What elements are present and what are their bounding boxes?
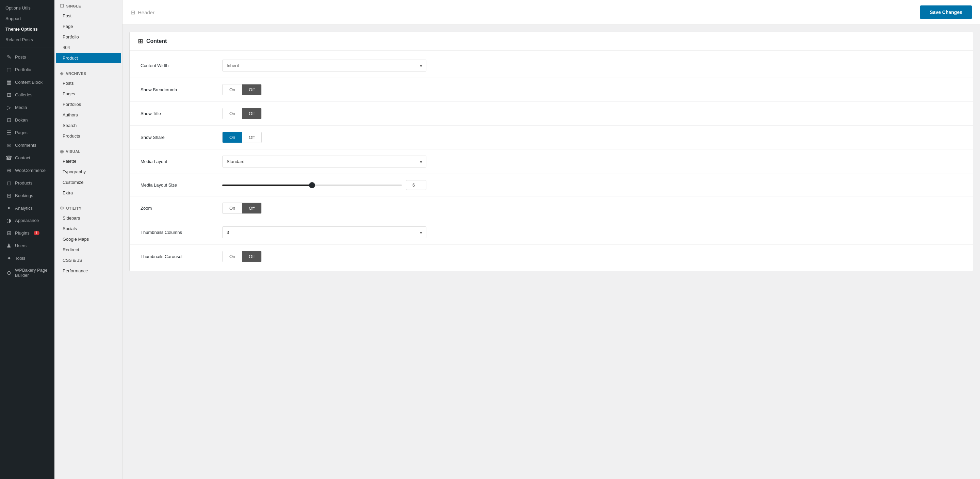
ms-item-portfolio[interactable]: Portfolio [54, 32, 122, 42]
ms-item-page[interactable]: Page [54, 21, 122, 32]
ms-item-typography[interactable]: Typography [54, 166, 122, 177]
content-section-title: Content [146, 38, 167, 44]
slider-fill [222, 185, 312, 186]
carousel-off-btn[interactable]: Off [242, 251, 261, 262]
sidebar-item-media[interactable]: ▷ Media [0, 101, 54, 114]
ms-item-performance[interactable]: Performance [54, 265, 122, 276]
media-layout-control: Standard Slider Stacked [222, 156, 962, 168]
sidebar-item-content-block[interactable]: ▦ Content Block [0, 76, 54, 88]
sidebar-item-woocommerce[interactable]: ⊕ WooCommerce [0, 164, 54, 177]
breadcrumb-off-btn[interactable]: Off [242, 85, 261, 95]
share-on-btn[interactable]: On [223, 132, 242, 143]
share-off-btn[interactable]: Off [242, 132, 261, 143]
ms-item-product[interactable]: Product [56, 53, 121, 63]
sidebar-item-portfolio[interactable]: ◫ Portfolio [0, 63, 54, 76]
zoom-toggle: On Off [222, 203, 262, 214]
contact-icon: ☎ [5, 155, 12, 161]
sidebar-top-support[interactable]: Support [0, 13, 54, 24]
content-section-header: ⊞ Content [130, 32, 973, 51]
visual-section-icon: ◉ [60, 149, 64, 154]
ms-item-customize[interactable]: Customize [54, 177, 122, 188]
content-block-icon: ▦ [5, 79, 12, 85]
top-bar-left: ⊞ Header [130, 9, 154, 16]
ms-item-archive-authors[interactable]: Authors [54, 110, 122, 120]
field-row-show-breadcrumb: Show Breadcrumb On Off [130, 78, 973, 102]
media-layout-size-control [222, 180, 962, 190]
media-layout-size-input[interactable] [406, 180, 426, 190]
sidebar-item-tools[interactable]: ✦ Tools [0, 252, 54, 265]
carousel-on-btn[interactable]: On [223, 251, 242, 262]
media-layout-select[interactable]: Standard Slider Stacked [222, 156, 426, 168]
sidebar-item-galleries[interactable]: ⊞ Galleries [0, 88, 54, 101]
tools-icon: ✦ [5, 255, 12, 262]
zoom-on-btn[interactable]: On [223, 203, 242, 214]
portfolio-icon: ◫ [5, 66, 12, 73]
title-off-btn[interactable]: Off [242, 108, 261, 119]
ms-item-404[interactable]: 404 [54, 42, 122, 53]
sidebar-item-dokan[interactable]: ⊡ Dokan [0, 114, 54, 126]
slider-track [222, 185, 402, 186]
zoom-off-btn[interactable]: Off [242, 203, 261, 214]
title-on-btn[interactable]: On [223, 108, 242, 119]
sidebar-top-theme-options[interactable]: Theme Options [0, 24, 54, 34]
ms-item-sidebars[interactable]: Sidebars [54, 213, 122, 224]
content-section-title-icon: ⊞ [138, 37, 143, 45]
ms-item-google-maps[interactable]: Google Maps [54, 234, 122, 244]
ms-section-utility: ⚙ Utility Sidebars Socials Google Maps R… [54, 202, 122, 276]
content-area: ⊞ Content Content Width Inherit Full Wid… [123, 32, 980, 271]
ms-item-socials[interactable]: Socials [54, 224, 122, 234]
ms-item-archive-search[interactable]: Search [54, 120, 122, 131]
ms-item-archive-products[interactable]: Products [54, 131, 122, 141]
content-width-select[interactable]: Inherit Full Width Boxed [222, 59, 426, 72]
ms-item-archive-pages[interactable]: Pages [54, 88, 122, 99]
content-section-body: Content Width Inherit Full Width Boxed [130, 51, 973, 271]
slider-thumb[interactable] [309, 182, 315, 188]
thumbnails-columns-select[interactable]: 1 2 3 4 5 6 [222, 227, 426, 238]
content-width-label: Content Width [140, 63, 222, 68]
sidebar-item-appearance[interactable]: ◑ Appearance [0, 214, 54, 227]
content-section-card: ⊞ Content Content Width Inherit Full Wid… [129, 32, 973, 271]
sidebar-item-wpbakery[interactable]: ⊙ WPBakery Page Builder [0, 265, 54, 281]
content-width-control: Inherit Full Width Boxed [222, 59, 962, 72]
thumbnails-columns-label: Thumbnails Columns [140, 230, 222, 235]
ms-item-redirect[interactable]: Redirect [54, 244, 122, 255]
field-row-zoom: Zoom On Off [130, 196, 973, 220]
sidebar-item-plugins[interactable]: ⊞ Plugins 1 [0, 227, 54, 240]
ms-item-palette[interactable]: Palette [54, 156, 122, 166]
zoom-label: Zoom [140, 206, 222, 211]
breadcrumb-on-btn[interactable]: On [223, 85, 242, 95]
sidebar-item-bookings[interactable]: ⊟ Bookings [0, 189, 54, 202]
sidebar-item-comments[interactable]: ✉ Comments [0, 139, 54, 152]
media-layout-label: Media Layout [140, 159, 222, 164]
ms-item-post[interactable]: Post [54, 11, 122, 21]
sidebar-item-analytics[interactable]: ▪ Analytics [0, 202, 54, 214]
sidebar-top-options-utils[interactable]: Options Utils [0, 3, 54, 13]
ms-section-visual: ◉ Visual Palette Typography Customize Ex… [54, 145, 122, 198]
sidebar-item-posts[interactable]: ✎ Posts [0, 51, 54, 63]
ms-section-single: ☐ Single Post Page Portfolio 404 Product [54, 0, 122, 63]
top-bar-header-label: Header [138, 10, 154, 15]
ms-section-archives-header: ◈ Archives [54, 67, 122, 78]
woocommerce-icon: ⊕ [5, 167, 12, 174]
show-title-toggle: On Off [222, 108, 262, 119]
ms-item-css-js[interactable]: CSS & JS [54, 255, 122, 265]
ms-item-archive-posts[interactable]: Posts [54, 78, 122, 88]
show-title-control: On Off [222, 108, 962, 119]
middle-sidebar: ☐ Single Post Page Portfolio 404 Product… [54, 0, 123, 479]
field-row-show-share: Show Share On Off [130, 126, 973, 150]
users-icon: ♟ [5, 243, 12, 249]
sidebar-item-users[interactable]: ♟ Users [0, 240, 54, 252]
save-button[interactable]: Save Changes [920, 5, 972, 19]
content-width-select-wrapper: Inherit Full Width Boxed [222, 59, 426, 72]
wpbakery-icon: ⊙ [5, 270, 12, 276]
sidebar-item-pages[interactable]: ☰ Pages [0, 126, 54, 139]
bookings-icon: ⊟ [5, 192, 12, 199]
ms-item-archive-portfolios[interactable]: Portfolios [54, 99, 122, 110]
appearance-icon: ◑ [5, 217, 12, 224]
sidebar-item-products[interactable]: ◻ Products [0, 177, 54, 189]
ms-item-extra[interactable]: Extra [54, 188, 122, 198]
sidebar-top-related-posts[interactable]: Related Posts [0, 34, 54, 45]
sidebar-item-contact[interactable]: ☎ Contact [0, 152, 54, 164]
ms-section-visual-header: ◉ Visual [54, 145, 122, 156]
media-layout-size-label: Media Layout Size [140, 182, 222, 188]
